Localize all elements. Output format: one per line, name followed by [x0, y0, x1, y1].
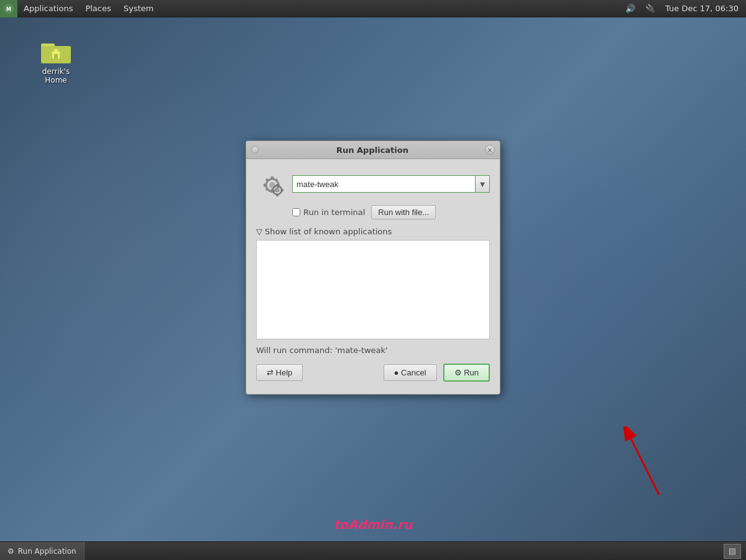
svg-line-24 [631, 439, 659, 495]
dialog-buttons: ⇄ Help ● Cancel ⚙ Run [256, 364, 490, 384]
svg-point-18 [275, 188, 280, 193]
menu-places[interactable]: Places [79, 0, 117, 17]
svg-rect-19 [276, 184, 279, 186]
svg-text:M: M [6, 7, 11, 12]
taskbar-show-desktop[interactable]: ▤ [724, 544, 741, 559]
volume-indicator[interactable]: 🔊 [623, 4, 638, 13]
panel-menu: Applications Places System [17, 0, 160, 17]
svg-rect-9 [271, 177, 274, 179]
command-input[interactable] [292, 175, 475, 193]
applications-list-area[interactable] [256, 240, 490, 339]
will-run-text: Will run command: 'mate-tweak' [256, 346, 490, 355]
svg-rect-20 [276, 195, 279, 196]
dialog-options-row: Run in terminal Run with file... [292, 205, 490, 219]
run-in-terminal-checkbox[interactable] [292, 208, 300, 216]
dialog-close-button[interactable]: × [485, 145, 495, 155]
command-dropdown-button[interactable]: ▼ [475, 175, 490, 193]
chevron-down-icon: ▽ [256, 227, 262, 236]
dialog-minimize-btn[interactable] [251, 146, 259, 154]
dialog-titlebar: Run Application × [246, 141, 500, 159]
run-in-terminal-label[interactable]: Run in terminal [292, 208, 365, 217]
clock: Tue Dec 17, 06:30 [663, 4, 741, 13]
taskbar: ⚙ Run Application ▤ [0, 541, 746, 560]
svg-rect-11 [264, 184, 266, 187]
dialog-title: Run Application [260, 145, 485, 155]
network-icon: 🔌 [645, 4, 655, 13]
menu-applications[interactable]: Applications [17, 0, 79, 17]
command-input-wrapper: ▼ [292, 175, 490, 193]
run-application-dialog: Run Application × [246, 140, 500, 395]
volume-icon: 🔊 [625, 4, 635, 13]
network-indicator[interactable]: 🔌 [643, 4, 658, 13]
run-button[interactable]: ⚙ Run [443, 364, 490, 382]
taskbar-item-label: Run Application [18, 547, 76, 556]
svg-rect-21 [271, 189, 273, 191]
svg-rect-22 [282, 189, 283, 191]
taskbar-right: ▤ [724, 544, 746, 559]
taskbar-item-icon: ⚙ [7, 547, 14, 556]
menu-system[interactable]: System [117, 0, 160, 17]
run-with-file-button[interactable]: Run with file... [371, 205, 436, 219]
taskbar-run-application[interactable]: ⚙ Run Application [0, 542, 85, 560]
cancel-button[interactable]: ● Cancel [384, 364, 437, 381]
top-panel: M Applications Places System 🔊 🔌 Tue Dec… [0, 0, 746, 17]
panel-right: 🔊 🔌 Tue Dec 17, 06:30 [623, 0, 746, 17]
watermark: toAdmin.ru [334, 517, 413, 532]
mate-logo-icon: M [3, 3, 14, 14]
show-list-section: ▽ Show list of known applications [256, 227, 490, 339]
help-button[interactable]: ⇄ Help [256, 364, 303, 381]
panel-logo: M [0, 0, 17, 17]
run-button-arrow [597, 426, 671, 501]
dialog-body: ▼ Run in terminal Run with file... ▽ Sho… [246, 159, 500, 394]
show-list-toggle[interactable]: ▽ Show list of known applications [256, 227, 490, 236]
gears-icon [256, 169, 286, 199]
dialog-input-row: ▼ [256, 169, 490, 199]
